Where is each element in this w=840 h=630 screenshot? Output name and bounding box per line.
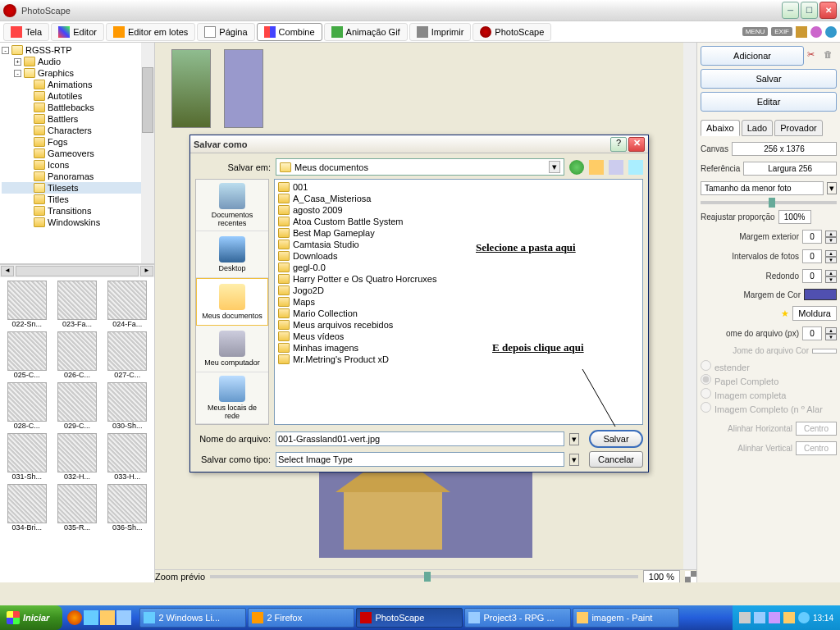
thumbnail[interactable]: 022-Sn... [3, 281, 50, 328]
filetype-combo[interactable]: Select Image Type [276, 452, 564, 467]
spinner[interactable]: ▲▼ [825, 327, 837, 340]
tray-icon[interactable] [739, 612, 751, 623]
canvas-vscrollbar[interactable] [683, 43, 696, 569]
folder-tree[interactable]: -RGSS-RTP +Audio -Graphics AnimationsAut… [0, 43, 154, 264]
checker-icon[interactable] [685, 571, 696, 582]
tree-hscrollbar[interactable]: ◄► [0, 264, 154, 277]
filename-px-value[interactable]: 0 [802, 326, 822, 340]
file-item[interactable]: Mario Collection [276, 308, 641, 319]
tree-item-characters[interactable]: Characters [2, 125, 153, 136]
file-item[interactable]: Meus vídeos [276, 331, 641, 342]
minimize-button[interactable]: ─ [782, 2, 799, 19]
file-item[interactable]: Atoa Custom Battle System [276, 216, 641, 227]
tree-item-windowskins[interactable]: Windowskins [2, 217, 153, 228]
place-desktop[interactable]: Desktop [196, 231, 268, 278]
tab-pagina[interactable]: Página [197, 23, 254, 41]
tab-editor[interactable]: Editor [51, 23, 104, 41]
tab-photoscape[interactable]: PhotoScape [472, 23, 551, 41]
dialog-help-button[interactable]: ? [610, 137, 627, 152]
info-icon[interactable] [810, 26, 822, 38]
spinner[interactable]: ▲▼ [825, 231, 837, 244]
tab-editor-lotes[interactable]: Editor em lotes [106, 23, 195, 41]
file-item[interactable]: Best Map Gameplay [276, 227, 641, 239]
camera-icon[interactable] [796, 26, 807, 38]
edit-button[interactable]: Editar [701, 92, 837, 112]
file-item[interactable]: Camtasia Studio [276, 239, 641, 250]
maximize-button[interactable]: ☐ [801, 2, 818, 19]
menu-badge[interactable]: MENU [742, 27, 769, 36]
chevron-down-icon[interactable]: ▾ [827, 182, 837, 194]
thumbnail[interactable]: 032-H... [53, 433, 100, 481]
help-icon[interactable] [825, 26, 837, 38]
save-button[interactable]: Salvar [701, 69, 837, 89]
taskbar-button[interactable]: 2 Firefox [248, 608, 354, 628]
tree-item-icons[interactable]: Icons [2, 159, 153, 171]
chevron-down-icon[interactable]: ▾ [549, 161, 560, 173]
file-item[interactable]: Harry Potter e Os Quatro Horcruxes [276, 273, 641, 285]
tree-item-fogs[interactable]: Fogs [2, 136, 153, 148]
radio-estender[interactable]: estender [701, 360, 837, 372]
spinner[interactable]: ▲▼ [825, 250, 837, 263]
tree-item-tilesets[interactable]: Tilesets [2, 182, 153, 194]
add-button[interactable]: Adicionar [701, 46, 804, 66]
thumbnail[interactable]: 025-C... [3, 331, 50, 379]
size-slider[interactable] [701, 201, 837, 204]
preview-tile[interactable] [224, 49, 263, 128]
file-item[interactable]: 001 [276, 181, 641, 193]
taskbar-button[interactable]: 2 Windows Li... [139, 608, 246, 628]
radio-imagem-n[interactable]: Imagem Completo (n º Alar [701, 402, 837, 414]
tree-vscrollbar[interactable] [141, 43, 154, 263]
thumbnail[interactable]: 023-Fa... [53, 281, 100, 328]
tree-item-battlebacks[interactable]: Battlebacks [2, 102, 153, 113]
scissors-icon[interactable]: ✂ [807, 49, 820, 62]
thumbnail[interactable]: 034-Bri... [3, 484, 50, 532]
tab-lado[interactable]: Lado [742, 120, 773, 136]
view-menu-icon[interactable] [628, 160, 643, 175]
thumbnail[interactable]: 028-C... [3, 382, 50, 430]
tab-abaixo[interactable]: Abaixo [701, 120, 740, 136]
trash-icon[interactable]: 🗑 [824, 49, 837, 62]
tree-item-panoramas[interactable]: Panoramas [2, 171, 153, 182]
tab-tela[interactable]: Tela [3, 23, 49, 41]
up-folder-icon[interactable] [589, 160, 604, 175]
place-mydocs[interactable]: Meus documentos [196, 278, 268, 326]
save-in-combo[interactable]: Meus documentos ▾ [276, 158, 564, 176]
place-computer[interactable]: Meu computador [196, 326, 268, 372]
size-combo[interactable]: Tamanho da menor foto [701, 181, 824, 195]
thumbnail[interactable]: 026-C... [53, 331, 100, 379]
thumbnail[interactable]: 024-Fa... [104, 281, 151, 328]
file-item[interactable]: Meus arquivos recebidos [276, 319, 641, 331]
file-item[interactable]: Downloads [276, 250, 641, 262]
close-button[interactable]: ✕ [819, 2, 837, 19]
thumbnail[interactable]: 035-R... [53, 484, 100, 532]
taskbar-button[interactable]: PhotoScape [356, 608, 463, 628]
preview-tile[interactable] [171, 49, 211, 128]
file-item[interactable]: agosto 2009 [276, 204, 641, 216]
spinner[interactable]: ▲▼ [825, 270, 837, 283]
taskbar-button[interactable]: imagem - Paint [573, 608, 679, 628]
thumbnail[interactable]: 036-Sh... [104, 484, 151, 532]
thumbnail-panel[interactable]: 022-Sn...023-Fa...024-Fa...025-C...026-C… [0, 277, 154, 582]
filename-input[interactable] [276, 431, 564, 446]
thumbnail[interactable]: 029-C... [53, 382, 100, 430]
zoom-slider[interactable] [210, 575, 638, 578]
dialog-close-button[interactable]: ✕ [628, 137, 645, 152]
radio-imagem[interactable]: Imagem completa [701, 388, 837, 400]
tree-item-animations[interactable]: Animations [2, 79, 153, 90]
app-icon[interactable] [116, 610, 131, 625]
tab-animacao[interactable]: Animação Gif [324, 23, 408, 41]
system-tray[interactable]: 13:14 [733, 605, 840, 630]
tab-combine[interactable]: Combine [257, 23, 322, 41]
tray-icon[interactable] [798, 612, 810, 623]
margin-ext-value[interactable]: 0 [802, 230, 822, 244]
tree-item-gameovers[interactable]: Gameovers [2, 148, 153, 159]
dialog-cancel-button[interactable]: Cancelar [589, 451, 643, 468]
back-icon[interactable] [569, 160, 584, 175]
tray-icon[interactable] [769, 612, 780, 623]
radio-papel[interactable]: Papel Completo [701, 374, 837, 386]
color-swatch[interactable] [804, 289, 837, 300]
firefox-icon[interactable] [67, 610, 82, 625]
start-button[interactable]: Iniciar [0, 605, 62, 630]
file-item[interactable]: Mr.Metring's Product xD [276, 354, 641, 365]
thumbnail[interactable]: 030-Sh... [104, 382, 151, 430]
